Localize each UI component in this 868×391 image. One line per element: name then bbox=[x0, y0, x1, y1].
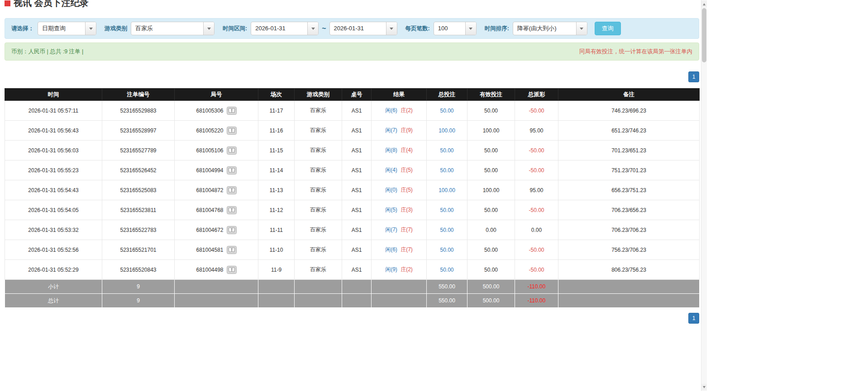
col-header-session: 场次 bbox=[258, 89, 295, 101]
col-header-table-no: 桌号 bbox=[342, 89, 372, 101]
cell-bet-id: 523165526452 bbox=[102, 160, 175, 180]
cell-remark: 806.23/756.23 bbox=[558, 260, 700, 280]
cell-game-type: 百家乐 bbox=[295, 240, 342, 260]
cell-payout: 0.00 bbox=[515, 220, 558, 240]
game-result-icon[interactable] bbox=[227, 107, 237, 115]
cell-game-type: 百家乐 bbox=[295, 220, 342, 240]
round-number: 681005306 bbox=[196, 108, 223, 114]
game-result-icon[interactable] bbox=[227, 127, 237, 135]
chevron-down-icon[interactable] bbox=[85, 22, 96, 35]
time-sort-value: 降幂(由大到小) bbox=[513, 22, 576, 35]
result-banker: 庄(5) bbox=[401, 187, 413, 193]
cell-round: 681004498 bbox=[175, 260, 258, 280]
result-player: 闲(7) bbox=[385, 226, 397, 233]
cell-game-type: 百家乐 bbox=[295, 260, 342, 280]
cell-result: 闲(4) 庄(5) bbox=[372, 160, 427, 180]
date-to-select[interactable]: 2026-01-31 bbox=[329, 22, 397, 35]
chevron-down-icon[interactable] bbox=[465, 22, 476, 35]
cell-result: 闲(7) 庄(7) bbox=[372, 220, 427, 240]
round-number: 681004672 bbox=[196, 227, 223, 233]
cell-round: 681004872 bbox=[175, 180, 258, 200]
cell-payout: -50.00 bbox=[515, 240, 558, 260]
round-number: 681004581 bbox=[196, 247, 223, 253]
table-body: 2026-01-31 05:57:11 523165529883 6810053… bbox=[5, 101, 700, 280]
cell-bet-id: 523165527789 bbox=[102, 141, 175, 160]
scroll-down-icon[interactable] bbox=[701, 384, 707, 390]
page-1-button[interactable]: 1 bbox=[688, 313, 699, 324]
cell-remark: 751.23/701.23 bbox=[558, 160, 700, 180]
query-type-select[interactable]: 日期查询 bbox=[38, 22, 96, 35]
date-from-value: 2026-01-31 bbox=[251, 22, 307, 35]
chevron-down-icon[interactable] bbox=[576, 22, 587, 35]
total-payout: -110.00 bbox=[515, 294, 558, 308]
page-1-button[interactable]: 1 bbox=[688, 71, 699, 82]
cell-payout: -50.00 bbox=[515, 101, 558, 121]
table-header: 时间 注单编号 局号 场次 游戏类别 桌号 结果 总投注 有效投注 总派彩 备注 bbox=[5, 89, 700, 101]
game-result-icon[interactable] bbox=[227, 246, 237, 254]
game-result-icon[interactable] bbox=[227, 206, 237, 214]
round-number: 681004872 bbox=[196, 187, 223, 193]
chevron-down-icon[interactable] bbox=[307, 22, 318, 35]
cell-time: 2026-01-31 05:54:43 bbox=[5, 180, 102, 200]
cell-payout: -50.00 bbox=[515, 260, 558, 280]
bet-records-table: 时间 注单编号 局号 场次 游戏类别 桌号 结果 总投注 有效投注 总派彩 备注… bbox=[5, 88, 700, 308]
cell-result: 闲(7) 庄(9) bbox=[372, 121, 427, 141]
chevron-down-icon[interactable] bbox=[203, 22, 214, 35]
cell-time: 2026-01-31 05:54:05 bbox=[5, 200, 102, 220]
chevron-down-icon[interactable] bbox=[386, 22, 397, 35]
cell-remark: 706.23/656.23 bbox=[558, 200, 700, 220]
query-type-value: 日期查询 bbox=[38, 22, 85, 35]
page-size-label: 每页笔数: bbox=[405, 25, 430, 33]
cell-valid-bet: 50.00 bbox=[467, 240, 515, 260]
cell-game-type: 百家乐 bbox=[295, 141, 342, 160]
cell-payout: -50.00 bbox=[515, 200, 558, 220]
result-player: 闲(5) bbox=[385, 207, 397, 213]
cell-bet-id: 523165528997 bbox=[102, 121, 175, 141]
table-row: 2026-01-31 05:56:43 523165528997 6810052… bbox=[5, 121, 700, 141]
scrollbar-thumb[interactable] bbox=[702, 8, 706, 62]
game-result-icon[interactable] bbox=[227, 186, 237, 194]
cell-remark: 756.23/706.23 bbox=[558, 240, 700, 260]
total-row: 总计 9 550.00 500.00 -110.00 bbox=[5, 294, 700, 308]
notice-text: 同局有效投注，统一计算在该局第一张注单内 bbox=[579, 48, 692, 56]
time-sort-select[interactable]: 降幂(由大到小) bbox=[513, 22, 587, 35]
search-button[interactable]: 查询 bbox=[595, 22, 621, 35]
cell-round: 681004994 bbox=[175, 160, 258, 180]
scroll-up-icon[interactable] bbox=[701, 1, 707, 7]
total-label: 总计 bbox=[5, 294, 102, 308]
cell-table-no: AS1 bbox=[342, 260, 372, 280]
cell-valid-bet: 50.00 bbox=[467, 141, 515, 160]
cell-valid-bet: 0.00 bbox=[467, 220, 515, 240]
cell-session: 11-10 bbox=[258, 240, 295, 260]
date-from-select[interactable]: 2026-01-31 bbox=[251, 22, 319, 35]
result-banker: 庄(2) bbox=[401, 266, 413, 273]
vertical-scrollbar[interactable] bbox=[701, 0, 707, 391]
cell-game-type: 百家乐 bbox=[295, 200, 342, 220]
game-type-select[interactable]: 百家乐 bbox=[131, 22, 215, 35]
game-result-icon[interactable] bbox=[227, 266, 237, 274]
game-result-icon[interactable] bbox=[227, 226, 237, 234]
subtotal-total-bet: 550.00 bbox=[427, 280, 467, 294]
page-size-value: 100 bbox=[434, 22, 465, 35]
subtotal-count: 9 bbox=[102, 280, 175, 294]
subtotal-row: 小计 9 550.00 500.00 -110.00 bbox=[5, 280, 700, 294]
cell-result: 闲(6) 庄(7) bbox=[372, 240, 427, 260]
page-size-select[interactable]: 100 bbox=[434, 22, 477, 35]
cell-valid-bet: 100.00 bbox=[467, 121, 515, 141]
cell-table-no: AS1 bbox=[342, 220, 372, 240]
game-result-icon[interactable] bbox=[227, 166, 237, 174]
game-result-icon[interactable] bbox=[227, 146, 237, 155]
cell-bet-id: 523165520843 bbox=[102, 260, 175, 280]
cell-round: 681005306 bbox=[175, 101, 258, 121]
table-row: 2026-01-31 05:54:05 523165523811 6810047… bbox=[5, 200, 700, 220]
result-player: 闲(6) bbox=[385, 246, 397, 253]
cell-valid-bet: 50.00 bbox=[467, 160, 515, 180]
cell-total-bet: 50.00 bbox=[427, 260, 467, 280]
cell-time: 2026-01-31 05:56:43 bbox=[5, 121, 102, 141]
cell-payout: -50.00 bbox=[515, 160, 558, 180]
cell-session: 11-12 bbox=[258, 200, 295, 220]
cell-valid-bet: 50.00 bbox=[467, 200, 515, 220]
cell-total-bet: 50.00 bbox=[427, 220, 467, 240]
col-header-payout: 总派彩 bbox=[515, 89, 558, 101]
cell-game-type: 百家乐 bbox=[295, 101, 342, 121]
